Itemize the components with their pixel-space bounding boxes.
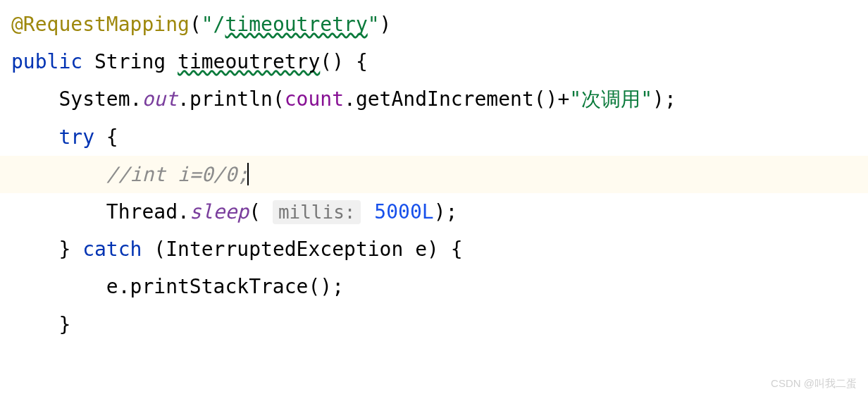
count-var: count bbox=[285, 87, 344, 111]
catch-params: (InterruptedException e) { bbox=[142, 238, 462, 261]
type-string: String bbox=[94, 50, 166, 73]
getandincrement: .getAndIncrement()+ bbox=[344, 87, 569, 111]
code-line-method-signature: public String timeoutretry() { bbox=[0, 43, 868, 80]
comment-text: //int i=0/0; bbox=[106, 163, 249, 186]
string-literal: "/ bbox=[202, 13, 225, 36]
code-line-stacktrace: e.printStackTrace(); bbox=[0, 268, 868, 305]
thread-class: Thread. bbox=[106, 200, 190, 223]
path-warning: timeoutretry bbox=[225, 13, 367, 36]
code-line-try: try { bbox=[0, 118, 868, 156]
system-class: System. bbox=[58, 87, 142, 111]
code-line-close-brace: } bbox=[0, 306, 868, 343]
string-call: "次调用" bbox=[569, 87, 652, 111]
out-field: out bbox=[142, 87, 178, 111]
param-hint-millis: millis: bbox=[273, 200, 361, 224]
code-line-sleep: Thread.sleep( millis: 5000L); bbox=[0, 193, 868, 231]
code-line-catch: } catch (InterruptedException e) { bbox=[0, 231, 868, 268]
printstacktrace: e.printStackTrace(); bbox=[106, 275, 344, 298]
code-line-comment-highlighted[interactable]: //int i=0/0; bbox=[0, 156, 868, 193]
watermark-text: CSDN @叫我二蛋 bbox=[771, 374, 857, 394]
code-line-annotation: @RequestMapping("/timeoutretry") bbox=[0, 6, 868, 43]
string-close: " bbox=[368, 13, 380, 36]
method-name: timeoutretry bbox=[178, 50, 320, 73]
keyword-catch: catch bbox=[82, 238, 142, 261]
number-literal: 5000L bbox=[374, 200, 433, 223]
keyword-try: try bbox=[58, 125, 94, 149]
annotation-name: @RequestMapping bbox=[11, 13, 190, 36]
println-method: .println( bbox=[178, 87, 285, 111]
keyword-public: public bbox=[11, 50, 82, 73]
code-line-println: System.out.println(count.getAndIncrement… bbox=[0, 80, 868, 118]
text-caret bbox=[247, 163, 249, 185]
sleep-method: sleep bbox=[190, 200, 249, 223]
